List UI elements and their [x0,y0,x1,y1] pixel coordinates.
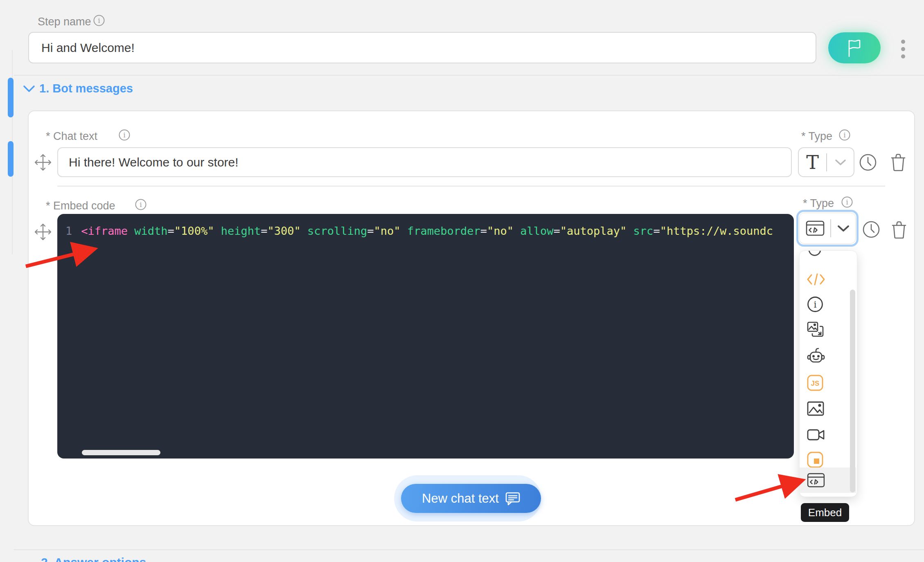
image-carousel-icon [807,321,824,339]
horizontal-scrollbar[interactable] [82,450,160,455]
svg-text:i: i [123,131,125,139]
type-label: * Type [803,197,834,210]
step-editor-page: Step name i 1. Bot messages * Chat text … [0,0,924,562]
new-chat-text-button[interactable]: New chat text [401,484,541,513]
chat-text-label: * Chat text [46,130,97,143]
type-dropdown-menu: i JS [799,250,857,497]
info-icon[interactable]: i [119,129,130,141]
code-line: 1<iframe width="100%" height="300" scrol… [65,223,773,239]
type-label: * Type [801,130,832,143]
kebab-dot [901,47,905,51]
dropdown-item-code[interactable] [800,267,856,292]
step-name-input[interactable] [28,32,816,63]
chevron-down-icon[interactable] [23,84,35,93]
left-rail-indicator[interactable] [8,141,14,177]
divider [826,153,827,171]
chevron-down-icon [835,159,846,166]
code-icon [807,273,825,285]
info-icon[interactable]: i [841,196,853,208]
svg-text:i: i [846,198,848,206]
type-selector-embed[interactable] [799,213,856,244]
button-icon [807,452,823,468]
trash-icon[interactable] [889,153,908,172]
svg-text:i: i [140,201,142,209]
image-icon [807,401,824,416]
dropdown-item-embed[interactable] [800,468,856,493]
embed-code-label: * Embed code [46,200,115,212]
chat-bubble-icon [505,492,520,506]
svg-text:i: i [843,131,845,139]
dropdown-item-bot[interactable] [800,343,856,368]
video-icon [807,428,825,441]
delay-clock-icon[interactable] [862,220,881,239]
info-icon[interactable]: i [135,199,146,210]
refresh-icon [807,250,823,257]
dropdown-item-carousel[interactable] [800,317,856,343]
left-rail-indicator[interactable] [8,78,14,117]
embed-code-editor[interactable]: 1<iframe width="100%" height="300" scrol… [57,214,794,459]
section-title-clipped[interactable]: 2. Answer options [41,555,146,562]
info-circle-icon: i [807,296,823,312]
info-icon[interactable]: i [839,129,850,141]
chevron-down-icon [837,225,850,232]
section-divider [14,549,924,550]
flag-button[interactable] [828,32,881,63]
kebab-menu-icon[interactable] [896,36,910,62]
section-divider [14,75,924,76]
dropdown-item-info[interactable]: i [800,292,856,317]
embed-type-icon [806,220,825,236]
drag-handle-icon[interactable] [34,153,52,172]
dropdown-item-refresh[interactable] [800,250,856,262]
drag-handle-icon[interactable] [34,223,52,241]
section-title[interactable]: 1. Bot messages [39,82,133,95]
svg-text:i: i [814,299,816,310]
type-selector-text[interactable]: T [798,147,854,177]
javascript-icon: JS [807,375,823,391]
kebab-dot [901,40,905,44]
flag-icon [846,38,863,57]
kebab-dot [901,54,905,58]
code-content: <iframe width="100%" height="300" scroll… [81,225,773,237]
svg-text:i: i [98,17,100,25]
divider [830,219,831,237]
step-name-label: Step name [38,16,91,28]
row-divider [57,186,885,187]
new-chat-text-label: New chat text [422,491,499,506]
dropdown-item-image[interactable] [800,396,856,421]
embed-tooltip: Embed [801,503,849,522]
trash-icon[interactable] [890,220,908,239]
chat-text-input[interactable] [57,147,792,177]
svg-text:JS: JS [811,380,820,387]
dropdown-item-video[interactable] [800,422,856,447]
delay-clock-icon[interactable] [859,153,877,172]
dropdown-scrollbar[interactable] [850,290,855,492]
line-number: 1 [65,225,72,237]
info-icon[interactable]: i [93,15,105,26]
embed-icon [807,473,825,488]
bot-icon [807,347,825,364]
dropdown-item-javascript[interactable]: JS [800,370,856,396]
text-type-icon: T [806,153,819,172]
